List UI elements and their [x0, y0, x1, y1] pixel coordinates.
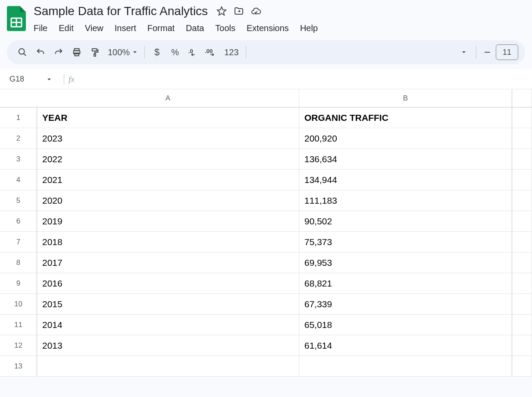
- cell[interactable]: [512, 149, 532, 169]
- cell[interactable]: 2016: [37, 273, 299, 293]
- menu-help[interactable]: Help: [295, 21, 323, 36]
- divider: [64, 74, 64, 85]
- cell[interactable]: 134,944: [299, 170, 512, 190]
- cell[interactable]: [512, 232, 532, 252]
- undo-icon[interactable]: [32, 44, 49, 61]
- cell[interactable]: [512, 335, 532, 356]
- column-header-a[interactable]: A: [37, 89, 299, 107]
- cell[interactable]: [512, 273, 532, 293]
- number-format-button[interactable]: 123: [221, 47, 242, 57]
- row-header[interactable]: 13: [0, 356, 37, 377]
- row-header[interactable]: 4: [0, 170, 37, 190]
- table-row: 2019 90,502: [37, 211, 532, 232]
- cell[interactable]: [512, 211, 532, 231]
- row-header[interactable]: 6: [0, 211, 37, 232]
- document-title[interactable]: Sample Data for Traffic Analytics: [32, 3, 210, 19]
- menu-edit[interactable]: Edit: [53, 21, 78, 36]
- row-headers: 1 2 3 4 5 6 7 8 9 10 11 12 13: [0, 89, 37, 377]
- cell[interactable]: 2018: [37, 232, 299, 252]
- menu-extensions[interactable]: Extensions: [241, 21, 294, 36]
- menu-insert[interactable]: Insert: [110, 21, 141, 36]
- redo-icon[interactable]: [50, 44, 67, 61]
- search-icon[interactable]: [14, 44, 31, 61]
- cell[interactable]: [512, 128, 532, 148]
- font-dropdown-icon[interactable]: [455, 44, 473, 61]
- cell[interactable]: 2022: [37, 149, 299, 169]
- decrease-decimal-icon[interactable]: .0: [185, 44, 202, 61]
- menu-data[interactable]: Data: [181, 21, 209, 36]
- cell[interactable]: 2013: [37, 335, 299, 356]
- cell[interactable]: [512, 190, 532, 211]
- cell[interactable]: [512, 356, 532, 376]
- cell[interactable]: [512, 107, 532, 128]
- row-header[interactable]: 8: [0, 252, 37, 273]
- decrease-font-icon[interactable]: −: [480, 46, 495, 59]
- cell[interactable]: 65,018: [299, 315, 512, 335]
- cell[interactable]: 2019: [37, 211, 299, 231]
- cell[interactable]: [512, 315, 532, 335]
- print-icon[interactable]: [68, 44, 85, 61]
- row-header[interactable]: 7: [0, 232, 37, 252]
- cell[interactable]: [37, 356, 299, 376]
- cell[interactable]: 200,920: [299, 128, 512, 148]
- table-row: 2018 75,373: [37, 232, 532, 252]
- row-header[interactable]: 11: [0, 315, 37, 335]
- cell[interactable]: 2017: [37, 252, 299, 273]
- table-row: 2017 69,953: [37, 252, 532, 273]
- move-to-folder-icon[interactable]: [234, 6, 244, 16]
- zoom-dropdown[interactable]: 100%: [104, 47, 141, 57]
- cell[interactable]: [512, 170, 532, 190]
- cell[interactable]: 61,614: [299, 335, 512, 356]
- row-header[interactable]: 5: [0, 190, 37, 211]
- cell[interactable]: 136,634: [299, 149, 512, 169]
- select-all-corner[interactable]: [0, 89, 39, 107]
- cell[interactable]: 90,502: [299, 211, 512, 231]
- row-header[interactable]: 9: [0, 273, 37, 294]
- row-header[interactable]: 1: [0, 107, 37, 128]
- cell[interactable]: 2020: [37, 190, 299, 211]
- table-row: 2015 67,339: [37, 294, 532, 315]
- cell[interactable]: 68,821: [299, 273, 512, 293]
- cell[interactable]: 67,339: [299, 294, 512, 314]
- star-icon[interactable]: [216, 6, 227, 16]
- table-row: 2021 134,944: [37, 170, 532, 190]
- table-row: 2013 61,614: [37, 335, 532, 356]
- cell[interactable]: [512, 294, 532, 314]
- table-row: 2014 65,018: [37, 315, 532, 335]
- menu-file[interactable]: File: [32, 21, 53, 36]
- column-header-b[interactable]: B: [299, 89, 512, 107]
- column-header-c[interactable]: [512, 89, 532, 107]
- cell[interactable]: [512, 252, 532, 273]
- cell[interactable]: [299, 356, 512, 376]
- row-header[interactable]: 2: [0, 128, 37, 149]
- row-header[interactable]: 12: [0, 335, 37, 356]
- spreadsheet-grid: 1 2 3 4 5 6 7 8 9 10 11 12 13 A B YEAR O…: [0, 89, 532, 377]
- chevron-down-icon: [47, 77, 52, 82]
- cell[interactable]: 75,373: [299, 232, 512, 252]
- cell[interactable]: 111,183: [299, 190, 512, 211]
- percent-icon[interactable]: %: [166, 44, 184, 61]
- sheets-logo-icon[interactable]: [7, 6, 26, 31]
- row-header[interactable]: 3: [0, 149, 37, 170]
- cell[interactable]: 69,953: [299, 252, 512, 273]
- cell[interactable]: 2015: [37, 294, 299, 314]
- name-box[interactable]: G18: [3, 75, 59, 84]
- cell[interactable]: 2014: [37, 315, 299, 335]
- currency-icon[interactable]: $: [148, 44, 166, 61]
- menu-view[interactable]: View: [80, 21, 109, 36]
- cell[interactable]: 2023: [37, 128, 299, 148]
- cloud-status-icon[interactable]: [251, 6, 261, 16]
- menu-tools[interactable]: Tools: [210, 21, 241, 36]
- svg-text:.00: .00: [205, 48, 213, 54]
- cell[interactable]: YEAR: [37, 107, 299, 128]
- svg-point-3: [19, 49, 25, 54]
- increase-decimal-icon[interactable]: .00: [203, 44, 220, 61]
- cell[interactable]: ORGANIC TRAFFIC: [299, 107, 512, 128]
- font-size-input[interactable]: 11: [496, 44, 518, 60]
- table-row: 2020 111,183: [37, 190, 532, 211]
- row-header[interactable]: 10: [0, 294, 37, 315]
- cell[interactable]: 2021: [37, 170, 299, 190]
- menu-format[interactable]: Format: [142, 21, 180, 36]
- formula-bar: G18 fx: [0, 69, 532, 89]
- paint-format-icon[interactable]: [86, 44, 103, 61]
